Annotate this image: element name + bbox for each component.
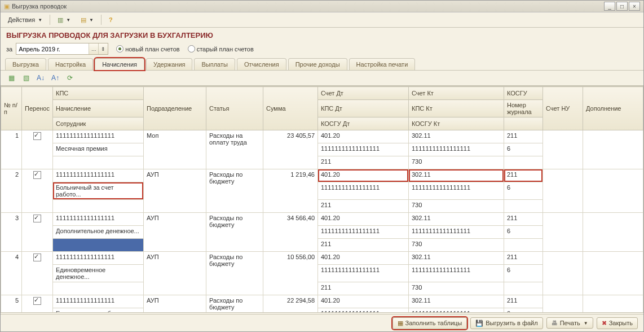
- close-button[interactable]: ×: [629, 2, 640, 11]
- page-title: ВЫГРУЗКА ПРОВОДОК ДЛЯ ЗАГРУЗКИ В БУХГАЛТ…: [1, 28, 643, 42]
- cell-blank: [504, 282, 543, 295]
- chevron-down-icon: ▼: [89, 18, 94, 23]
- cell-stat: Расходы по бюджету: [206, 169, 263, 213]
- col-nomzh[interactable]: Номер журнала: [504, 100, 543, 117]
- col-podr[interactable]: Подразделение: [144, 87, 206, 130]
- cell-nu: [543, 169, 583, 213]
- help-button[interactable]: ?: [105, 14, 117, 25]
- period-ellipsis-button[interactable]: …: [89, 43, 98, 54]
- col-kosgu[interactable]: КОСГУ: [504, 87, 543, 100]
- cell-nach: Больничный за счет работо...: [53, 182, 144, 200]
- radio-old-plan[interactable]: старый план счетов: [188, 45, 254, 53]
- cell-kpsdt: 11111111111111111: [318, 226, 409, 239]
- cell-kpskt: 11111111111111111: [409, 226, 504, 239]
- col-kosgudt[interactable]: КОСГУ Дт: [318, 117, 409, 130]
- col-nach[interactable]: Начисление: [53, 100, 144, 117]
- cell-transfer[interactable]: [22, 130, 53, 169]
- sort-asc-button[interactable]: A↓: [34, 72, 47, 84]
- cell-kpsdt: 11111111111111111: [318, 143, 409, 156]
- grid-toolbar: ▦ ▧ A↓ A↑ ⟳: [1, 71, 643, 86]
- cell-transfer[interactable]: [22, 295, 53, 313]
- col-kpskt[interactable]: КПС Кт: [409, 100, 504, 117]
- script-icon-button[interactable]: ▤▼: [77, 14, 98, 26]
- col-kosgukt[interactable]: КОСГУ Кт: [409, 117, 504, 130]
- cell-transfer[interactable]: [22, 169, 53, 213]
- copy-row-button[interactable]: ▧: [20, 72, 32, 84]
- col-num[interactable]: № п/п: [1, 87, 22, 130]
- cell-nach: Единовременное денежное...: [53, 265, 144, 282]
- col-dop[interactable]: Дополнение: [583, 87, 643, 130]
- cell-transfer[interactable]: [22, 252, 53, 295]
- cell-num: 2: [1, 169, 22, 213]
- cell-nomzh: 6: [504, 308, 543, 313]
- separator: [101, 15, 102, 25]
- sort-desc-button[interactable]: A↑: [49, 72, 61, 84]
- checkbox-icon: [33, 171, 41, 179]
- cell-sotr: [53, 200, 144, 213]
- checkbox-icon: [33, 254, 41, 261]
- radio-old-label: старый план счетов: [197, 46, 254, 53]
- col-dt[interactable]: Счет Дт: [318, 87, 409, 100]
- cell-sotr: [53, 282, 144, 295]
- table-row[interactable]: 511111111111111111АУПРасходы по бюджету2…: [1, 295, 643, 308]
- help-icon: ?: [109, 16, 113, 23]
- maximize-button[interactable]: □: [616, 2, 628, 11]
- cell-kt: 302.11: [409, 295, 504, 308]
- cell-kt: 302.11: [409, 252, 504, 265]
- footer-bar: ▦ Заполнить таблицы 💾 Выгрузить в файл 🖶…: [1, 314, 643, 331]
- cell-dop: [583, 252, 643, 295]
- cell-nach: Дополнительное денежное...: [53, 226, 144, 239]
- col-blank[interactable]: [504, 117, 543, 130]
- table-row[interactable]: 411111111111111111АУПРасходы по бюджету1…: [1, 252, 643, 265]
- period-spinner-button[interactable]: ⇕: [98, 43, 108, 54]
- cell-nu: [543, 252, 583, 295]
- tab-5[interactable]: Отчисления: [237, 58, 286, 70]
- col-transfer[interactable]: Перенос: [22, 87, 53, 130]
- period-input[interactable]: [16, 46, 89, 53]
- table-row[interactable]: 111111111111111111МопРасходы на оплату т…: [1, 130, 643, 143]
- tab-6[interactable]: Прочие доходы: [288, 58, 347, 70]
- cell-kps: 11111111111111111: [53, 213, 144, 226]
- tab-0[interactable]: Выгрузка: [5, 58, 46, 70]
- col-sum[interactable]: Сумма: [263, 87, 318, 130]
- tab-2[interactable]: Начисления: [95, 58, 144, 70]
- add-row-button[interactable]: ▦: [5, 72, 17, 84]
- radio-new-label: новый план счетов: [125, 46, 180, 53]
- export-icon-button[interactable]: ▥▼: [54, 14, 74, 26]
- filter-row: за … ⇕ новый план счетов старый план сче…: [1, 42, 643, 58]
- add-icon: ▦: [8, 74, 15, 82]
- cell-kpskt: 11111111111111111: [409, 265, 504, 282]
- tab-1[interactable]: Настройка: [48, 58, 93, 70]
- data-grid[interactable]: № п/п Перенос КПС Подразделение Статья С…: [1, 86, 643, 313]
- cell-dop: [583, 295, 643, 313]
- refresh-icon: ⟳: [67, 74, 73, 82]
- col-kpsdt[interactable]: КПС Дт: [318, 100, 409, 117]
- export-file-button[interactable]: 💾 Выгрузить в файл: [470, 317, 542, 329]
- tab-7[interactable]: Настройка печати: [349, 58, 416, 70]
- print-icon: 🖶: [552, 320, 558, 326]
- col-kps[interactable]: КПС: [53, 87, 144, 100]
- script-icon: ▤: [81, 16, 86, 24]
- table-row[interactable]: 311111111111111111АУПРасходы по бюджету3…: [1, 213, 643, 226]
- separator: [50, 15, 50, 25]
- col-nu[interactable]: Счет НУ: [543, 87, 583, 130]
- cell-transfer[interactable]: [22, 213, 53, 252]
- table-row[interactable]: 211111111111111111АУПРасходы по бюджету1…: [1, 169, 643, 182]
- col-sotr[interactable]: Сотрудник: [53, 117, 144, 130]
- print-button[interactable]: 🖶 Печать ▼: [546, 317, 593, 329]
- tab-3[interactable]: Удержания: [146, 58, 192, 70]
- cell-sotr: [53, 239, 144, 252]
- col-kt[interactable]: Счет Кт: [409, 87, 504, 100]
- copy-icon: ▧: [23, 74, 29, 82]
- cell-nomzh: 6: [504, 226, 543, 239]
- cell-kosgukt: 730: [409, 156, 504, 169]
- actions-menu[interactable]: Действия ▼: [4, 14, 46, 25]
- radio-new-plan[interactable]: новый план счетов: [116, 45, 180, 53]
- cell-kosgudt: 211: [318, 200, 409, 213]
- minimize-button[interactable]: _: [604, 2, 615, 11]
- col-stat[interactable]: Статья: [206, 87, 263, 130]
- close-form-button[interactable]: ✖ Закрыть: [597, 317, 638, 329]
- tab-4[interactable]: Выплаты: [194, 58, 235, 70]
- refresh-button[interactable]: ⟳: [64, 72, 76, 84]
- fill-tables-button[interactable]: ▦ Заполнить таблицы: [392, 317, 467, 329]
